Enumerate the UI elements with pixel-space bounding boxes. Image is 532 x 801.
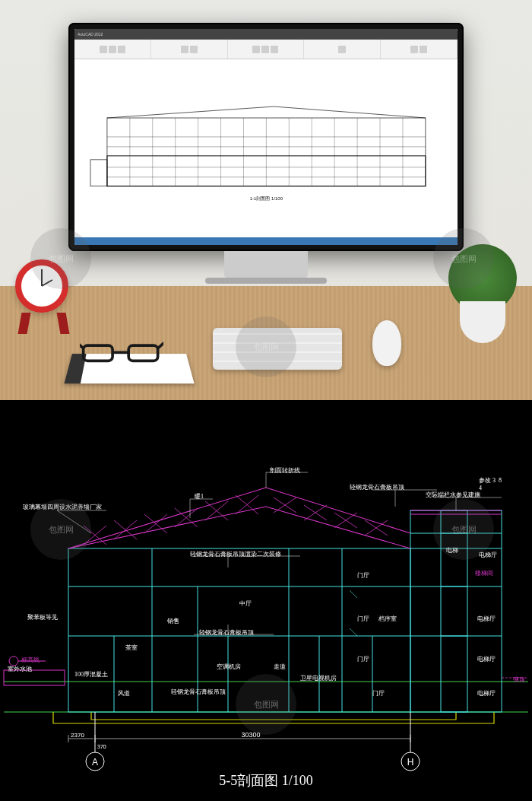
label-elevhall4: 电梯厅 xyxy=(479,551,497,559)
label-elevhall3: 电梯厅 xyxy=(477,689,496,698)
label-ceiling-light: 轻钢龙骨石膏板吊顶 xyxy=(350,483,404,491)
cad-section-drawing: 30300 2370 370 A H 剖面转折线 暖1 玻璃幕墙四周设水泥养墙厂… xyxy=(0,400,532,801)
drawing-title: 5-5剖面图 1/100 xyxy=(0,771,532,790)
small-caption: 1-1剖面图 1/100 xyxy=(249,195,283,201)
mouse[interactable] xyxy=(372,320,401,366)
label-lobby4: 门厅 xyxy=(372,689,385,698)
label-elevhall1: 电梯厅 xyxy=(477,615,496,623)
label-wind: 风道 xyxy=(118,689,130,698)
label-elevhall2: 电梯厅 xyxy=(477,655,496,663)
desk-plant xyxy=(448,244,517,343)
cad-statusbar[interactable] xyxy=(74,237,458,245)
elevation-drawing: 1-1剖面图 1/100 xyxy=(84,86,448,211)
label-elev: 电梯 xyxy=(446,546,458,555)
label-ac: 空调机房 xyxy=(217,663,241,671)
cad-ribbon[interactable] xyxy=(74,40,458,59)
label-ref: 参改 3 8 4 xyxy=(479,476,502,491)
svg-line-43 xyxy=(350,628,357,636)
desk-scene: AutoCAD 2012 xyxy=(0,0,532,400)
label-elev-icon: 弹珠 xyxy=(513,675,525,684)
label-corridor: 走道 xyxy=(274,663,286,671)
svg-rect-19 xyxy=(90,160,107,186)
label-satellite: 卫星电视机房 xyxy=(300,674,337,682)
cad-canvas[interactable]: 1-1剖面图 1/100 xyxy=(74,59,458,237)
label-recept: 档序室 xyxy=(378,615,397,623)
svg-rect-21 xyxy=(128,346,157,361)
label-lobby2: 门厅 xyxy=(357,615,369,623)
grid-a: A xyxy=(92,757,98,768)
label-lobby3: 门厅 xyxy=(357,655,369,663)
label-pool: 室外水池 xyxy=(8,665,32,673)
cad-window: AutoCAD 2012 xyxy=(74,29,458,245)
dim-main: 30300 xyxy=(241,731,260,739)
clock-face-icon xyxy=(15,259,68,313)
cad-title: AutoCAD 2012 xyxy=(78,32,103,37)
label-curtain-wall: 交际端栏水参见建施 xyxy=(426,491,480,499)
svg-line-74 xyxy=(57,510,91,533)
label-floor: 聚苯板等见 xyxy=(27,613,58,621)
label-ceil3: 轻钢龙骨石膏板吊顶 xyxy=(199,628,254,637)
dim-left: 2370 xyxy=(71,732,84,739)
label-slab: 100厚混凝土 xyxy=(74,670,108,679)
cad-titlebar[interactable]: AutoCAD 2012 xyxy=(74,29,458,40)
monitor-foot xyxy=(205,278,327,284)
label-roof-type: 玻璃幕墙四周设水泥养墙厂家 xyxy=(23,503,102,511)
glasses-icon xyxy=(80,339,163,370)
svg-rect-20 xyxy=(84,346,112,361)
svg-line-42 xyxy=(350,590,357,598)
label-datum: 标高线 xyxy=(21,656,40,664)
label-tea: 茶室 xyxy=(125,644,138,652)
label-lobby1: 门厅 xyxy=(357,571,369,580)
label-ceil2: 轻钢龙骨石膏板吊顶渲染二次装修 xyxy=(190,550,281,558)
keyboard[interactable] xyxy=(213,328,342,370)
grid-h: H xyxy=(407,757,414,768)
monitor: AutoCAD 2012 xyxy=(68,23,464,284)
dim-left2: 370 xyxy=(97,744,106,749)
desk-clock xyxy=(15,259,72,343)
label-ceil4: 轻钢龙骨石膏板吊顶 xyxy=(171,688,226,696)
label-stair: 楼梯间 xyxy=(475,569,493,577)
label-roof-break: 剖面转折线 xyxy=(270,466,300,475)
label-sales: 销售 xyxy=(167,617,179,625)
label-roof-note: 暖1 xyxy=(195,492,204,501)
label-atrium: 中厅 xyxy=(239,599,252,608)
monitor-screen: AutoCAD 2012 xyxy=(68,23,464,251)
monitor-stand xyxy=(224,251,308,278)
